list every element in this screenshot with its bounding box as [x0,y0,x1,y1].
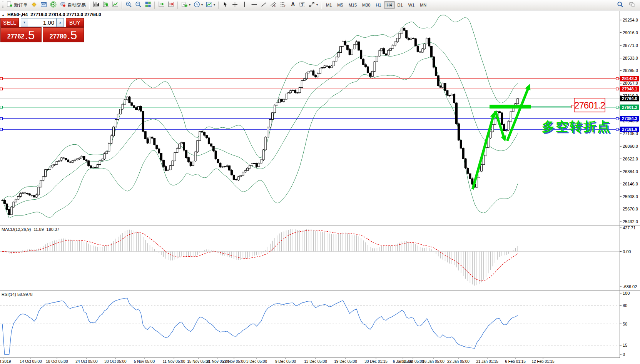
periods-button[interactable]: ▾ [192,0,204,10]
vertical-line-button[interactable] [240,0,249,10]
zoom-out-button[interactable] [134,0,143,10]
time-tick-label: 30 Oct 05:00 [104,359,127,364]
callout-anchor-marker[interactable] [571,105,574,108]
trendline-button[interactable] [259,0,269,10]
spin-down-icon: ▼ [23,21,26,24]
time-tick-label: 19 Dec 05:00 [334,359,357,364]
price-tick-label: 29016.0 [623,30,638,35]
auto-trading-icon [60,1,66,9]
data-window-icon [40,1,47,9]
arrows-button[interactable]: ▾ [307,0,319,10]
dropdown-caret-icon: ▾ [214,3,215,7]
rsi-tick-label: 15 [623,343,627,347]
timeframe-mn-button[interactable]: MN [417,1,429,9]
timeframe-w1-button[interactable]: W1 [406,1,418,9]
cursor-icon [222,1,229,9]
auto-trading-button[interactable]: 自动交易 [58,0,87,10]
fibonacci-icon: F [280,1,286,9]
search-button[interactable] [615,0,625,10]
new-order-button[interactable]: 新订单 [5,0,29,10]
timeframe-m30-button[interactable]: M30 [359,1,373,9]
buy-button[interactable]: BUY [66,18,84,27]
chart-line-button[interactable] [110,0,120,10]
chart-shift-button[interactable] [166,0,176,10]
price-tick-label: 28057.0 [623,81,638,85]
rsi-tick-label: 100 [623,291,630,296]
svg-text:27948.1: 27948.1 [622,87,637,91]
rsi-label: RSI(14) 58.9978 [2,292,33,297]
volume-increase-button[interactable]: ▲ [57,18,64,27]
data-window-button[interactable] [39,0,48,10]
time-tick-label: 11 Nov 05:00 [163,359,185,364]
line-endpoint-marker[interactable] [616,117,618,120]
spin-up-icon: ▲ [59,21,62,24]
vertical-line-icon [241,1,248,9]
channel-button[interactable]: E [269,0,278,10]
text-button[interactable]: A [288,0,297,10]
search-icon [617,1,623,9]
new-order-icon [6,1,13,9]
line-endpoint-marker[interactable] [0,77,3,80]
symbol-period-label: HK50-,H4 [7,12,28,17]
svg-text:27181.9: 27181.9 [622,127,637,132]
line-endpoint-marker[interactable] [0,106,3,109]
volume-input[interactable]: 1.00 [28,18,57,27]
cursor-button[interactable] [221,0,230,10]
timeframe-h4-button[interactable]: H4 [384,1,395,9]
toolbar-separator [177,2,178,9]
templates-icon [206,1,212,9]
dropdown-caret-icon: ▾ [316,3,318,7]
chart-candles-button[interactable] [101,0,110,10]
sell-price-button[interactable]: 27762 .5 [0,27,42,42]
chat-button[interactable] [627,0,637,10]
signals-button[interactable] [48,0,58,10]
label-icon: T [299,1,306,9]
macd-tick-label: -636.02 [623,284,637,289]
buy-price-button[interactable]: 27780 .5 [43,27,84,42]
horizontal-line-button[interactable] [249,0,259,10]
zoom-in-button[interactable] [124,0,134,10]
chart-canvas[interactable]: MACD(12,26,9) -11.89 -180.37RSI(14) 58.9… [0,0,640,364]
price-axis[interactable]: 29254.029016.028771.028533.028295.028057… [620,11,640,358]
timeframe-h1-button[interactable]: H1 [373,1,384,9]
timeframe-m1-button[interactable]: M1 [323,1,334,9]
volume-decrease-button[interactable]: ▼ [21,18,28,27]
svg-text:28143.3: 28143.3 [622,76,637,81]
rsi-tick-label: 0 [623,352,625,357]
line-endpoint-marker[interactable] [616,128,618,130]
profile-button[interactable] [29,0,39,10]
indicators-button[interactable]: ▾ [180,0,192,10]
sell-button[interactable]: SELL [0,18,19,27]
toolbar-separator [89,2,90,9]
templates-button[interactable]: ▾ [204,0,217,10]
periods-icon [194,1,200,9]
label-button[interactable]: T [297,0,307,10]
auto-scroll-button[interactable] [157,0,166,10]
toolbar-separator [122,2,122,9]
line-endpoint-marker[interactable] [616,88,618,90]
chart-line-icon [112,1,119,9]
line-endpoint-marker[interactable] [616,77,618,80]
macd-tick-label: 427.71 [623,225,636,230]
macd-tick-label: 0.00 [623,249,631,254]
timeframe-m5-button[interactable]: M5 [334,1,346,9]
indicators-icon [181,1,188,9]
timeframe-m15-button[interactable]: M15 [346,1,359,9]
line-endpoint-marker[interactable] [616,106,618,109]
line-endpoint-marker[interactable] [0,117,3,120]
collapse-panel-icon[interactable]: ▲ [2,13,5,17]
crosshair-button[interactable] [230,0,240,10]
price-tick-label: 25432.0 [623,219,638,224]
fibonacci-button[interactable]: F [278,0,288,10]
toolbar-separator [218,2,219,9]
horizontal-line-icon [251,1,257,9]
tile-windows-button[interactable] [143,0,153,10]
timeframe-d1-button[interactable]: D1 [395,1,406,9]
line-endpoint-marker[interactable] [0,88,3,90]
chart-bars-button[interactable] [91,0,101,10]
chat-icon [629,1,635,9]
cjk-annotation-text[interactable]: 多空转折点 [542,119,611,134]
highlight-zone-bar[interactable] [490,105,531,109]
toolbar-drag-handle[interactable] [2,2,3,8]
line-endpoint-marker[interactable] [0,128,3,130]
